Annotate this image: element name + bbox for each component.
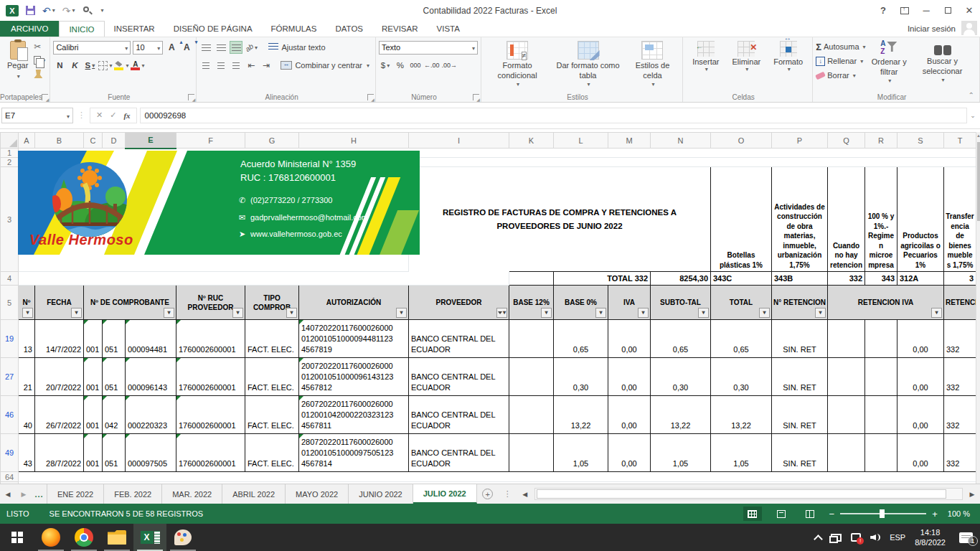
cell[interactable]: 332 <box>944 434 976 472</box>
print-preview-button[interactable] <box>83 6 93 16</box>
cell[interactable]: SIN. RET <box>772 320 828 358</box>
header-comprobante[interactable]: Nº DE COMPROBANTE <box>84 286 176 320</box>
cell[interactable]: 001 <box>84 358 103 396</box>
hscroll-left-button[interactable]: ◀ <box>517 484 533 504</box>
cell[interactable]: 0,00 <box>608 320 651 358</box>
cell[interactable]: 000096143 <box>126 358 176 396</box>
decrease-indent-button[interactable]: ⇤ <box>245 59 258 72</box>
header-fecha[interactable]: FECHA <box>35 286 84 320</box>
column-header-t[interactable]: T <box>944 133 976 149</box>
tab-insertar[interactable]: INSERTAR <box>105 21 164 37</box>
tab-inicio[interactable]: INICIO <box>59 21 104 37</box>
cell[interactable]: FACT. ELEC. <box>245 358 299 396</box>
horizontal-scrollbar[interactable] <box>534 488 963 500</box>
zoom-slider[interactable] <box>840 513 926 514</box>
cell[interactable] <box>828 358 865 396</box>
header-autorizacion[interactable]: AUTORIZACIÓN <box>299 286 409 320</box>
cell[interactable]: 1760002600001 <box>176 358 245 396</box>
column-header-f[interactable]: F <box>176 133 245 149</box>
vertical-scrollbar[interactable]: ▲ <box>976 132 980 484</box>
comma-style-button[interactable]: 000 <box>409 59 422 72</box>
scroll-thumb[interactable] <box>977 142 980 221</box>
fill-color-button[interactable] <box>114 59 128 72</box>
clear-button[interactable]: Borrar <box>816 69 865 82</box>
language-indicator[interactable]: ESP <box>890 533 905 542</box>
cell[interactable] <box>828 320 865 358</box>
cell[interactable]: 0,00 <box>897 434 944 472</box>
filter-button[interactable] <box>396 308 407 318</box>
cell[interactable]: 051 <box>103 434 126 472</box>
orientation-button[interactable]: ab <box>245 41 258 54</box>
cell-q4[interactable]: 332 <box>828 272 865 286</box>
copy-button[interactable] <box>34 55 45 66</box>
increase-decimal-button[interactable]: ←.00 <box>424 59 440 72</box>
close-button[interactable] <box>958 1 980 20</box>
row-header[interactable]: 1 <box>1 149 19 158</box>
dialog-launcher[interactable] <box>188 94 194 100</box>
scroll-up-icon[interactable]: ▲ <box>976 133 980 138</box>
cell[interactable]: 1407202201176000260000120010510000944811… <box>299 320 409 358</box>
name-box[interactable]: E7 <box>1 108 73 123</box>
column-header-o[interactable]: O <box>711 133 772 149</box>
cell-r3[interactable]: 100 % y 1%.- Regimen microempresa <box>865 167 897 272</box>
cell[interactable]: 13,22 <box>554 396 608 434</box>
cell[interactable]: SIN. RET <box>772 358 828 396</box>
format-as-table-button[interactable]: Dar formato como tabla <box>550 39 626 92</box>
cell[interactable]: 2607202201176000260000120010420002203231… <box>299 396 409 434</box>
cell[interactable]: 000220323 <box>126 396 176 434</box>
cell[interactable]: 26/7/2022 <box>35 396 84 434</box>
cut-button[interactable]: ✂ <box>34 41 45 52</box>
delete-cells-button[interactable]: Eliminar <box>725 39 767 92</box>
header-base12[interactable]: BASE 12% <box>509 286 554 320</box>
header-proveedor[interactable]: PROVEEDOR <box>409 286 509 320</box>
sheet-overflow-button[interactable]: ... <box>32 484 47 504</box>
merge-center-button[interactable]: Combinar y centrar <box>278 58 372 72</box>
cell-s3[interactable]: Productos agricoilas o Pecuarios 1% <box>897 167 944 272</box>
align-middle-button[interactable] <box>215 41 227 54</box>
decrease-font-button[interactable]: A <box>180 41 193 54</box>
header-nretencion[interactable]: N° RETENCION <box>772 286 828 320</box>
cell[interactable]: 1760002600001 <box>176 320 245 358</box>
cell[interactable]: 13,22 <box>651 396 711 434</box>
cell[interactable]: 000094481 <box>126 320 176 358</box>
cell[interactable]: 0,00 <box>608 434 651 472</box>
column-header-h[interactable]: H <box>299 133 409 149</box>
sheet-nav-left-button[interactable]: ◀ <box>0 484 16 504</box>
formula-input[interactable]: 000092698 <box>140 108 967 123</box>
column-header-d[interactable]: D <box>103 133 126 149</box>
dialog-launcher[interactable] <box>367 94 374 100</box>
cell[interactable] <box>509 434 554 472</box>
cell[interactable]: 051 <box>103 320 126 358</box>
underline-button[interactable]: S <box>83 59 96 72</box>
header-num[interactable]: Nº <box>19 286 35 320</box>
cell[interactable]: 1760002600001 <box>176 396 245 434</box>
column-header-n[interactable]: N <box>651 133 711 149</box>
tab-diseno[interactable]: DISEÑO DE PÁGINA <box>164 21 262 37</box>
find-select-button[interactable]: Buscar y seleccionar <box>913 39 972 92</box>
filter-button[interactable] <box>815 308 826 318</box>
insert-function-button[interactable]: fx <box>123 111 130 120</box>
insert-cells-button[interactable]: Insertar <box>686 39 725 92</box>
cell[interactable]: 332 <box>944 396 976 434</box>
cell-r4[interactable]: 343 <box>865 272 897 286</box>
cell-q3[interactable]: Cuando no hay retencion <box>828 167 865 272</box>
align-bottom-button[interactable] <box>230 41 242 54</box>
filter-button[interactable] <box>759 308 770 318</box>
italic-button[interactable]: K <box>68 59 81 72</box>
cell[interactable]: 28/7/2022 <box>35 434 84 472</box>
excel-app-icon[interactable]: X <box>6 5 19 17</box>
tab-vista[interactable]: VISTA <box>428 21 469 37</box>
cell[interactable]: 0,65 <box>711 320 772 358</box>
zoom-level[interactable]: 100 % <box>948 509 970 518</box>
cell[interactable]: 1,05 <box>651 434 711 472</box>
cell[interactable]: 21 <box>19 358 35 396</box>
zoom-out-button[interactable]: − <box>829 509 835 519</box>
column-header-b[interactable]: B <box>35 133 84 149</box>
cell[interactable] <box>865 320 897 358</box>
ribbon-display-button[interactable] <box>894 1 915 20</box>
format-painter-button[interactable] <box>34 68 45 80</box>
clock[interactable]: 14:18 8/8/2022 <box>915 527 946 548</box>
row-header[interactable]: 19 <box>1 320 19 358</box>
cell-total-label[interactable]: TOTAL 332 <box>554 272 651 286</box>
sheet-tab-ene[interactable]: ENE 2022 <box>47 484 104 504</box>
